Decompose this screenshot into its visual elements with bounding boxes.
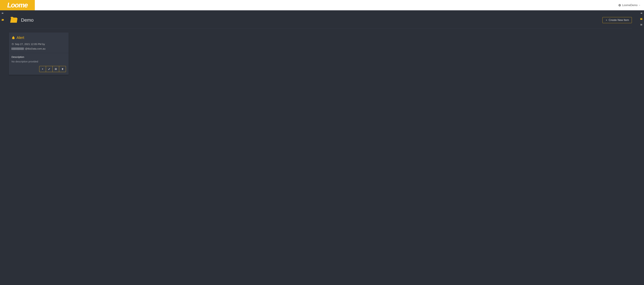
- logo[interactable]: Loome: [0, 0, 35, 10]
- tenant-dropdown[interactable]: LoomeDemo: [618, 0, 644, 10]
- create-button-label: Create New Item: [609, 19, 629, 22]
- description-text: No description provided: [12, 60, 66, 63]
- chevrons-right-icon: [1, 12, 4, 15]
- delete-button[interactable]: [59, 66, 66, 72]
- list-view-button[interactable]: [640, 23, 643, 27]
- list-icon: [640, 23, 643, 26]
- create-new-item-button[interactable]: Create New Item: [602, 17, 632, 23]
- card-view-icon: [640, 18, 643, 20]
- globe-icon: [618, 4, 621, 7]
- page-header: Demo Create New Item: [9, 16, 632, 29]
- edit-icon: [48, 68, 50, 70]
- folder-open-icon: [1, 19, 4, 21]
- collapse-right-button[interactable]: [640, 11, 643, 15]
- card-view-button[interactable]: [640, 17, 643, 21]
- page-folder-icon: [9, 16, 19, 25]
- run-button[interactable]: [40, 66, 46, 72]
- card-author-suffix: @BizData.com.au: [25, 47, 46, 51]
- card-action-group: [39, 66, 66, 72]
- card-header: Alert Sep 27, 2021 12:05 PM by @BizData.…: [9, 33, 69, 53]
- edit-button[interactable]: [46, 66, 52, 72]
- play-icon: [42, 68, 44, 70]
- tenant-label: LoomeDemo: [622, 4, 638, 7]
- right-rail: [638, 10, 644, 285]
- card-meta: Sep 27, 2021 12:05 PM by @BizData.com.au: [12, 42, 66, 51]
- folder-open-icon: [9, 16, 19, 24]
- history-icon: [12, 43, 14, 45]
- item-card: Alert Sep 27, 2021 12:05 PM by @BizData.…: [9, 33, 69, 75]
- redacted-author: [12, 48, 24, 50]
- trash-icon: [61, 68, 64, 70]
- card-body: Description No description provided: [9, 53, 69, 75]
- card-title-row[interactable]: Alert: [12, 36, 66, 40]
- left-rail: [0, 10, 6, 285]
- topbar-spacer: [35, 0, 618, 10]
- card-timestamp: Sep 27, 2021 12:05 PM by: [15, 42, 45, 46]
- main-content: Demo Create New Item Alert Sep 27, 2021 …: [6, 10, 638, 285]
- expand-left-button[interactable]: [1, 11, 4, 15]
- table-icon: [54, 68, 57, 70]
- topbar: Loome LoomeDemo: [0, 0, 644, 10]
- description-label: Description: [12, 56, 66, 58]
- page-title: Demo: [21, 18, 34, 23]
- grid-button[interactable]: [52, 66, 59, 72]
- card-actions: [12, 66, 66, 72]
- chevron-down-icon: [638, 4, 640, 6]
- card-title: Alert: [16, 36, 24, 40]
- logo-text: Loome: [7, 1, 28, 9]
- folder-nav-button[interactable]: [1, 18, 4, 22]
- bell-icon: [12, 36, 15, 40]
- plus-icon: [605, 19, 608, 21]
- chevrons-left-icon: [640, 12, 643, 15]
- workspace: Demo Create New Item Alert Sep 27, 2021 …: [0, 10, 644, 285]
